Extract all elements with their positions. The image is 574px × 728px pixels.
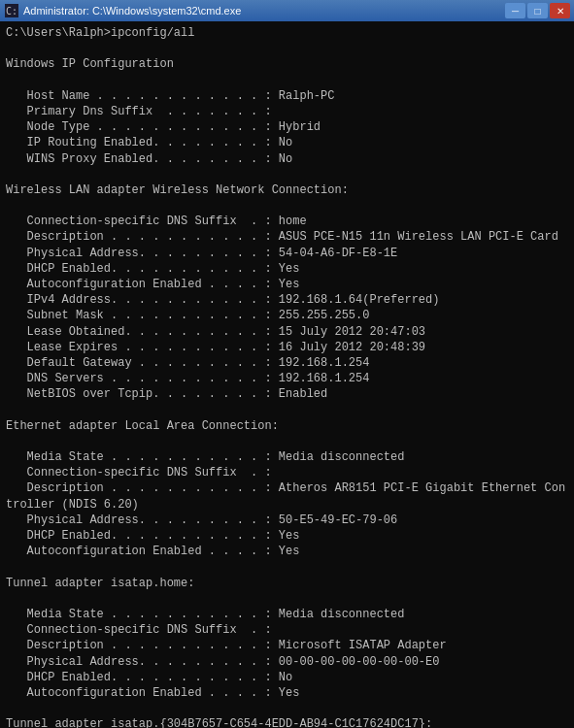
window-controls: ─ □ ✕ — [505, 3, 570, 18]
minimize-button[interactable]: ─ — [505, 3, 525, 18]
close-button[interactable]: ✕ — [550, 3, 570, 18]
maximize-button[interactable]: □ — [527, 3, 548, 18]
terminal-output[interactable]: C:\Users\Ralph>ipconfig/all Windows IP C… — [0, 21, 574, 728]
title-bar: C: Administrator: C:\Windows\system32\cm… — [0, 0, 574, 21]
cmd-window: C: Administrator: C:\Windows\system32\cm… — [0, 0, 574, 728]
window-title: Administrator: C:\Windows\system32\cmd.e… — [23, 5, 505, 17]
cmd-window-icon: C: — [4, 3, 19, 18]
svg-text:C:: C: — [6, 6, 17, 17]
